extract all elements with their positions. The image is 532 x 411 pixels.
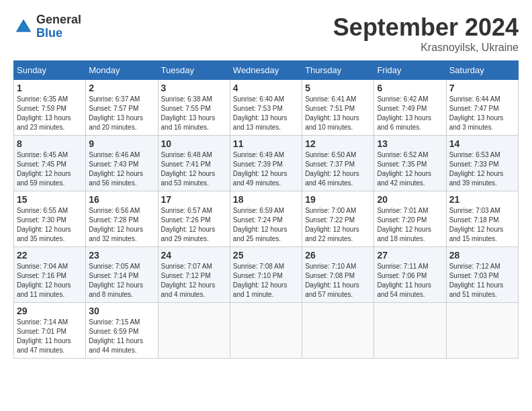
day-number: 29 [17,306,83,316]
day-info: Sunrise: 7:07 AMSunset: 7:12 PMDaylight:… [161,262,227,300]
calendar-cell [374,303,446,359]
day-info: Sunrise: 7:08 AMSunset: 7:10 PMDaylight:… [233,262,299,300]
calendar-week-3: 15Sunrise: 6:55 AMSunset: 7:30 PMDayligh… [14,191,519,247]
location: Krasnoyilsk, Ukraine [333,42,519,54]
day-number: 12 [305,138,371,149]
day-info: Sunrise: 6:56 AMSunset: 7:28 PMDaylight:… [89,206,154,244]
day-number: 3 [161,83,227,93]
day-info: Sunrise: 6:42 AMSunset: 7:49 PMDaylight:… [377,95,443,132]
day-number: 19 [305,194,371,205]
day-number: 20 [377,194,443,205]
calendar-cell: 13Sunrise: 6:52 AMSunset: 7:35 PMDayligh… [374,136,446,191]
col-tuesday: Tuesday [158,61,230,80]
day-number: 18 [233,194,299,205]
day-info: Sunrise: 6:59 AMSunset: 7:24 PMDaylight:… [233,206,299,244]
day-number: 21 [449,194,515,205]
day-info: Sunrise: 6:40 AMSunset: 7:53 PMDaylight:… [233,95,299,132]
calendar-cell: 9Sunrise: 6:46 AMSunset: 7:43 PMDaylight… [86,136,158,191]
day-info: Sunrise: 7:11 AMSunset: 7:06 PMDaylight:… [377,262,443,300]
day-number: 15 [17,194,83,205]
calendar-cell [230,303,302,359]
calendar-cell: 25Sunrise: 7:08 AMSunset: 7:10 PMDayligh… [230,247,302,303]
day-info: Sunrise: 6:35 AMSunset: 7:59 PMDaylight:… [17,95,83,132]
day-number: 17 [161,194,227,205]
logo-blue: Blue [36,27,81,40]
day-number: 26 [305,250,371,261]
calendar-cell: 20Sunrise: 7:01 AMSunset: 7:20 PMDayligh… [374,191,446,247]
calendar-cell: 18Sunrise: 6:59 AMSunset: 7:24 PMDayligh… [230,191,302,247]
logo-icon [13,17,34,37]
calendar-cell: 26Sunrise: 7:10 AMSunset: 7:08 PMDayligh… [302,247,374,303]
day-number: 13 [377,138,443,149]
calendar-cell: 5Sunrise: 6:41 AMSunset: 7:51 PMDaylight… [302,80,374,136]
day-number: 25 [233,250,299,261]
month-title: September 2024 [333,13,519,42]
header-row: Sunday Monday Tuesday Wednesday Thursday… [14,61,519,80]
page-header: General Blue September 2024 Krasnoyilsk,… [13,13,519,54]
day-number: 2 [89,83,154,93]
calendar-cell: 27Sunrise: 7:11 AMSunset: 7:06 PMDayligh… [374,247,446,303]
day-number: 10 [161,138,227,149]
day-number: 4 [233,83,299,93]
day-info: Sunrise: 7:15 AMSunset: 6:59 PMDaylight:… [89,318,154,355]
day-info: Sunrise: 7:05 AMSunset: 7:14 PMDaylight:… [89,262,154,300]
calendar-cell [158,303,230,359]
day-number: 8 [17,138,83,149]
day-info: Sunrise: 6:48 AMSunset: 7:41 PMDaylight:… [161,150,227,188]
calendar-cell: 17Sunrise: 6:57 AMSunset: 7:26 PMDayligh… [158,191,230,247]
calendar-cell: 10Sunrise: 6:48 AMSunset: 7:41 PMDayligh… [158,136,230,191]
col-wednesday: Wednesday [230,61,302,80]
day-number: 28 [449,250,515,261]
day-info: Sunrise: 6:41 AMSunset: 7:51 PMDaylight:… [305,95,371,132]
calendar-cell: 16Sunrise: 6:56 AMSunset: 7:28 PMDayligh… [86,191,158,247]
day-number: 22 [17,250,83,261]
title-section: September 2024 Krasnoyilsk, Ukraine [333,13,519,54]
calendar-cell: 14Sunrise: 6:53 AMSunset: 7:33 PMDayligh… [446,136,518,191]
col-monday: Monday [86,61,158,80]
day-info: Sunrise: 7:01 AMSunset: 7:20 PMDaylight:… [377,206,443,244]
calendar-cell: 7Sunrise: 6:44 AMSunset: 7:47 PMDaylight… [446,80,518,136]
day-info: Sunrise: 6:49 AMSunset: 7:39 PMDaylight:… [233,150,299,188]
calendar-cell: 29Sunrise: 7:14 AMSunset: 7:01 PMDayligh… [14,303,86,359]
day-number: 14 [449,138,515,149]
day-info: Sunrise: 6:53 AMSunset: 7:33 PMDaylight:… [449,150,515,188]
calendar-cell: 23Sunrise: 7:05 AMSunset: 7:14 PMDayligh… [86,247,158,303]
day-info: Sunrise: 6:37 AMSunset: 7:57 PMDaylight:… [89,95,154,132]
calendar-cell: 21Sunrise: 7:03 AMSunset: 7:18 PMDayligh… [446,191,518,247]
day-info: Sunrise: 7:10 AMSunset: 7:08 PMDaylight:… [305,262,371,300]
day-number: 24 [161,250,227,261]
calendar-cell: 1Sunrise: 6:35 AMSunset: 7:59 PMDaylight… [14,80,86,136]
calendar-cell: 4Sunrise: 6:40 AMSunset: 7:53 PMDaylight… [230,80,302,136]
calendar-cell: 22Sunrise: 7:04 AMSunset: 7:16 PMDayligh… [14,247,86,303]
day-number: 5 [305,83,371,93]
day-number: 1 [17,83,83,93]
calendar-cell [446,303,518,359]
calendar-cell: 6Sunrise: 6:42 AMSunset: 7:49 PMDaylight… [374,80,446,136]
logo-general: General [36,13,81,27]
calendar-week-2: 8Sunrise: 6:45 AMSunset: 7:45 PMDaylight… [14,136,519,191]
calendar-cell: 12Sunrise: 6:50 AMSunset: 7:37 PMDayligh… [302,136,374,191]
logo: General Blue [13,13,81,40]
day-info: Sunrise: 6:50 AMSunset: 7:37 PMDaylight:… [305,150,371,188]
col-sunday: Sunday [14,61,86,80]
day-number: 23 [89,250,154,261]
day-info: Sunrise: 6:55 AMSunset: 7:30 PMDaylight:… [17,206,83,244]
day-info: Sunrise: 7:00 AMSunset: 7:22 PMDaylight:… [305,206,371,244]
calendar-cell: 2Sunrise: 6:37 AMSunset: 7:57 PMDaylight… [86,80,158,136]
col-thursday: Thursday [302,61,374,80]
calendar-table: Sunday Monday Tuesday Wednesday Thursday… [13,60,519,359]
calendar-cell: 11Sunrise: 6:49 AMSunset: 7:39 PMDayligh… [230,136,302,191]
day-number: 6 [377,83,443,93]
logo-text: General Blue [36,13,81,40]
day-info: Sunrise: 6:38 AMSunset: 7:55 PMDaylight:… [161,95,227,132]
day-number: 7 [449,83,515,93]
day-info: Sunrise: 6:45 AMSunset: 7:45 PMDaylight:… [17,150,83,188]
day-info: Sunrise: 7:14 AMSunset: 7:01 PMDaylight:… [17,318,83,355]
day-number: 30 [89,306,154,316]
day-info: Sunrise: 6:52 AMSunset: 7:35 PMDaylight:… [377,150,443,188]
calendar-cell: 15Sunrise: 6:55 AMSunset: 7:30 PMDayligh… [14,191,86,247]
calendar-cell: 3Sunrise: 6:38 AMSunset: 7:55 PMDaylight… [158,80,230,136]
day-info: Sunrise: 7:12 AMSunset: 7:03 PMDaylight:… [449,262,515,300]
calendar-cell: 30Sunrise: 7:15 AMSunset: 6:59 PMDayligh… [86,303,158,359]
day-info: Sunrise: 7:04 AMSunset: 7:16 PMDaylight:… [17,262,83,300]
